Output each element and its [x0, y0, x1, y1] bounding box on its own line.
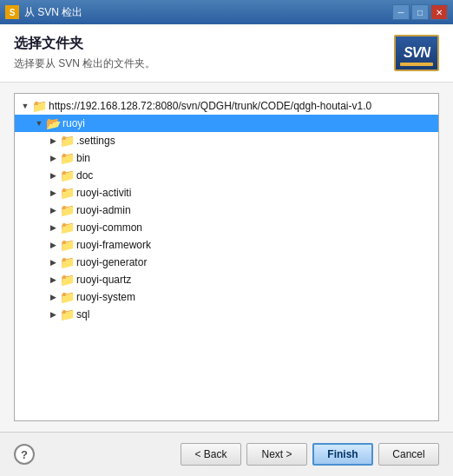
tree-label-root-url: https://192.168.128.72:8080/svn/QDGH/tru… — [49, 100, 371, 112]
expander-doc[interactable] — [46, 169, 60, 182]
tree-row-ruoyi-system[interactable]: 📁 ruoyi-system — [15, 288, 438, 306]
next-button[interactable]: Next > — [246, 443, 307, 466]
tree-label-ruoyi-framework: ruoyi-framework — [76, 239, 151, 251]
nav-buttons: < Back Next > Finish Cancel — [181, 443, 439, 466]
tree-label-ruoyi-system: ruoyi-system — [76, 291, 135, 303]
title-bar-controls: ─ □ ✕ — [392, 4, 448, 20]
tree-label-sql: sql — [76, 308, 89, 321]
folder-icon-ruoyi-admin: 📁 — [60, 204, 74, 216]
folder-icon-ruoyi-common: 📁 — [60, 221, 74, 234]
tree-label-ruoyi-generator: ruoyi-generator — [76, 256, 147, 268]
tree-label-bin: bin — [76, 152, 90, 164]
tree-label-settings: .settings — [76, 135, 115, 147]
minimize-button[interactable]: ─ — [392, 4, 410, 20]
tree-label-ruoyi-quartz: ruoyi-quartz — [76, 274, 131, 286]
expander-settings[interactable] — [46, 134, 60, 148]
expander-root[interactable] — [18, 99, 32, 113]
folder-icon-sql: 📁 — [60, 308, 74, 321]
tree-label-doc: doc — [76, 169, 93, 182]
tree-label-ruoyi-activiti: ruoyi-activiti — [76, 187, 131, 199]
expander-ruoyi[interactable] — [32, 116, 46, 130]
svn-logo-text: SVN — [404, 45, 430, 61]
maximize-button[interactable]: □ — [411, 4, 429, 20]
tree-row-bin[interactable]: 📁 bin — [15, 149, 438, 167]
tree-row-root-url[interactable]: 📁 https://192.168.128.72:8080/svn/QDGH/t… — [15, 97, 438, 115]
expander-ruoyi-quartz[interactable] — [46, 273, 60, 287]
folder-icon-ruoyi-quartz: 📁 — [60, 274, 74, 286]
svn-logo-bar — [400, 63, 433, 66]
expander-ruoyi-admin[interactable] — [46, 203, 60, 217]
tree-row-sql[interactable]: 📁 sql — [15, 306, 438, 323]
tree-label-ruoyi: ruoyi — [62, 117, 85, 129]
tree-row-ruoyi-quartz[interactable]: 📁 ruoyi-quartz — [15, 271, 438, 288]
folder-icon-ruoyi-activiti: 📁 — [60, 187, 74, 199]
tree-row-ruoyi[interactable]: 📂 ruoyi — [15, 115, 438, 132]
page-title: 选择文件夹 — [14, 35, 394, 53]
tree-row-ruoyi-admin[interactable]: 📁 ruoyi-admin — [15, 202, 438, 219]
folder-icon-doc: 📁 — [60, 169, 74, 182]
folder-icon-root: 📁 — [32, 100, 46, 112]
help-button[interactable]: ? — [14, 444, 35, 465]
bottom-section: ? < Back Next > Finish Cancel — [0, 432, 453, 476]
expander-ruoyi-common[interactable] — [46, 221, 60, 235]
header-text: 选择文件夹 选择要从 SVN 检出的文件夹。 — [14, 35, 394, 71]
tree-row-settings[interactable]: 📁 .settings — [15, 132, 438, 149]
expander-sql[interactable] — [46, 307, 60, 321]
expander-ruoyi-system[interactable] — [46, 290, 60, 304]
close-button[interactable]: ✕ — [430, 4, 448, 20]
folder-icon-settings: 📁 — [60, 135, 74, 147]
header-section: 选择文件夹 选择要从 SVN 检出的文件夹。 SVN — [0, 24, 453, 83]
expander-ruoyi-activiti[interactable] — [46, 186, 60, 200]
back-button[interactable]: < Back — [181, 443, 241, 466]
tree-row-doc[interactable]: 📁 doc — [15, 167, 438, 184]
title-bar-text: 从 SVN 检出 — [24, 5, 392, 20]
folder-icon-ruoyi: 📂 — [46, 117, 60, 129]
tree-row-ruoyi-activiti[interactable]: 📁 ruoyi-activiti — [15, 184, 438, 202]
app-icon: S — [5, 5, 19, 19]
tree-row-ruoyi-generator[interactable]: 📁 ruoyi-generator — [15, 254, 438, 271]
folder-icon-ruoyi-system: 📁 — [60, 291, 74, 303]
main-content: 选择文件夹 选择要从 SVN 检出的文件夹。 SVN 📁 https://192… — [0, 24, 453, 476]
tree-label-ruoyi-common: ruoyi-common — [76, 221, 142, 234]
tree-label-ruoyi-admin: ruoyi-admin — [76, 204, 131, 216]
folder-icon-ruoyi-framework: 📁 — [60, 239, 74, 251]
svn-logo: SVN — [394, 35, 439, 71]
expander-ruoyi-generator[interactable] — [46, 255, 60, 269]
folder-icon-ruoyi-generator: 📁 — [60, 256, 74, 268]
expander-bin[interactable] — [46, 151, 60, 165]
folder-icon-bin: 📁 — [60, 152, 74, 164]
tree-row-ruoyi-common[interactable]: 📁 ruoyi-common — [15, 219, 438, 236]
title-bar: S 从 SVN 检出 ─ □ ✕ — [0, 0, 453, 24]
tree-row-ruoyi-framework[interactable]: 📁 ruoyi-framework — [15, 236, 438, 254]
cancel-button[interactable]: Cancel — [378, 443, 439, 466]
expander-ruoyi-framework[interactable] — [46, 238, 60, 252]
folder-tree[interactable]: 📁 https://192.168.128.72:8080/svn/QDGH/t… — [14, 93, 439, 421]
finish-button[interactable]: Finish — [312, 443, 373, 466]
page-subtitle: 选择要从 SVN 检出的文件夹。 — [14, 56, 394, 71]
